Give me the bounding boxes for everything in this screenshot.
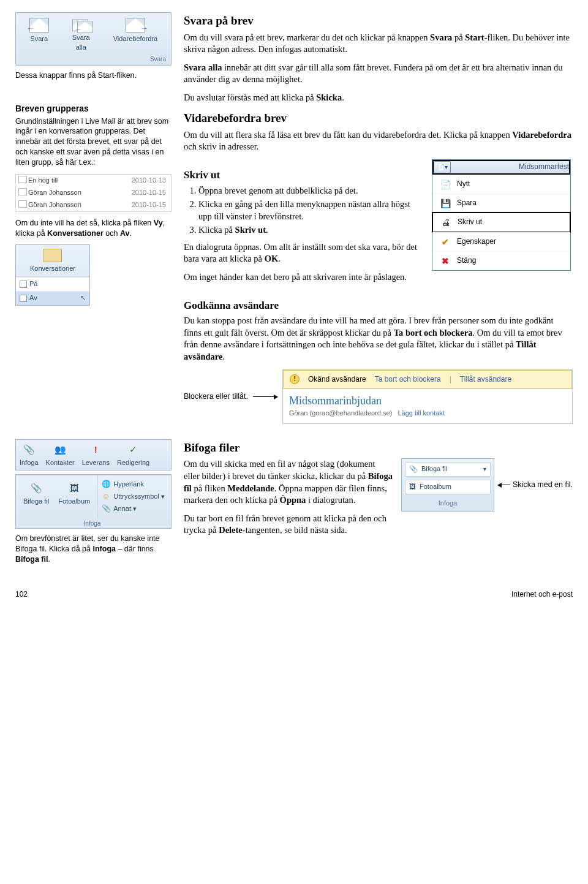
para-reply-3: Du avslutar förstås med att klicka på Sk… — [184, 92, 573, 104]
heading-approve: Godkänna avsändare — [184, 298, 573, 314]
message-subject: Midsommarinbjudan — [289, 393, 566, 409]
para-approve: Du kan stoppa post från avsändare du int… — [184, 315, 573, 363]
envelope-icon — [18, 188, 27, 195]
add-contact-link[interactable]: Lägg till kontakt — [398, 409, 444, 417]
priority-icon: ! — [89, 443, 102, 456]
unknown-sender-text: Okänd avsändare — [308, 374, 366, 385]
paperclip-icon: 📎 — [409, 464, 418, 474]
page-icon: 📄 — [440, 179, 451, 190]
smiley-icon: ☺ — [102, 493, 110, 501]
insert-editing-button[interactable]: ✓ Redigering — [113, 440, 153, 470]
attach-arrow-caption: Skicka med en fil. — [513, 480, 573, 490]
check-icon: ✔ — [440, 236, 451, 247]
conversations-dropdown: Konversationer På Av ↖ — [15, 244, 90, 306]
insert-delivery-button[interactable]: ! Leverans — [78, 440, 113, 470]
para-attach-2: Du tar bort en fil från brevet genom att… — [184, 513, 393, 537]
group-text: Grundinställningen i Live Mail är att br… — [15, 116, 172, 168]
menu-title-bar[interactable]: 📄▾ Midsommarfest — [432, 160, 570, 175]
insert-ribbon-panel: 📎 Infoga 👥 Kontakter ! Leverans ✓ Redige… — [15, 439, 172, 470]
para-reply-1: Om du vill svara på ett brev, markerar d… — [184, 32, 573, 56]
heading-reply: Svara på brev — [184, 12, 573, 29]
hyperlink-button[interactable]: 🌐Hyperlänk — [102, 478, 165, 491]
attach-file-button[interactable]: 📎 Bifoga fil — [20, 478, 53, 508]
para-print-2: Om inget händer kan det bero på att skri… — [184, 271, 426, 284]
remove-block-link[interactable]: Ta bort och blockera — [375, 374, 441, 385]
footer-title: Internet och e-post — [511, 589, 573, 600]
checkbox-icon — [20, 281, 27, 288]
forward-button[interactable]: → Vidarebefordra — [111, 17, 160, 54]
heading-forward: Vidarebefordra brev — [184, 110, 573, 127]
printer-icon: 🖨 — [440, 217, 451, 228]
photoalbum-button[interactable]: 🖼 Fotoalbum — [55, 478, 94, 508]
para-attach-1: Om du vill skicka med en fil av något sl… — [184, 458, 393, 506]
message-panel: ! Okänd avsändare Ta bort och blockera |… — [282, 369, 573, 424]
para-print-1: En dialogruta öppnas. Om allt är inställ… — [184, 241, 426, 265]
conversations-on[interactable]: På — [16, 277, 89, 291]
page-footer: 102 Internet och e-post — [15, 589, 573, 600]
print-steps: Öppna brevet genom att dubbelklicka på d… — [184, 185, 426, 236]
envelope-forward-icon: → — [126, 18, 145, 32]
other-button[interactable]: 📎Annat ▾ — [102, 503, 165, 515]
insert-group-label: Infoga — [16, 518, 171, 529]
photos-icon: 🖼 — [67, 482, 81, 495]
insert-caption: Om brevfönstret är litet, ser du kanske … — [15, 534, 172, 565]
globe-icon: 🌐 — [102, 480, 110, 489]
close-icon: ✖ — [440, 255, 451, 266]
allow-sender-link[interactable]: Tillåt avsändare — [460, 374, 511, 385]
menu-item-properties[interactable]: ✔ Egenskaper — [432, 232, 570, 251]
heading-attach: Bifoga filer — [184, 439, 573, 456]
reply-ribbon-panel: ← Svara ← Svara alla → Vidarebefordra Sv… — [15, 12, 172, 66]
paperclip-icon: 📎 — [22, 443, 36, 456]
menu-item-new[interactable]: 📄 Nytt — [432, 175, 570, 194]
conversations-off[interactable]: Av ↖ — [16, 291, 89, 305]
group-text-2: Om du inte vill ha det så, klicka på fli… — [15, 218, 172, 239]
file-menu-panel: 📄▾ Midsommarfest 📄 Nytt 💾 Spara 🖨 — [432, 159, 571, 271]
ribbon-group-label: Svara — [18, 54, 168, 64]
attach-file-button[interactable]: 📎 Bifoga fil ▾ — [405, 462, 491, 477]
menu-item-save[interactable]: 💾 Spara — [432, 194, 570, 213]
cursor-icon: ↖ — [80, 293, 86, 303]
ribbon-caption: Dessa knappar finns på Start-fliken. — [15, 70, 172, 81]
para-forward: Om du vill att flera ska få läsa ett bre… — [184, 129, 573, 153]
menu-item-print[interactable]: 🖨 Skriv ut — [432, 212, 571, 233]
save-icon: 💾 — [440, 198, 451, 209]
list-item[interactable]: En hög till 2010-10-13 — [16, 175, 171, 187]
photoalbum-button[interactable]: 🖼 Fotoalbum — [405, 480, 491, 494]
insert-expanded-panel: 📎 Bifoga fil 🖼 Fotoalbum 🌐Hyperlänk ☺Utt… — [15, 474, 172, 529]
conversations-button[interactable]: Konversationer — [16, 245, 89, 277]
paperclip-icon: 📎 — [29, 482, 43, 495]
heading-print: Skriv ut — [184, 168, 426, 183]
reply-button[interactable]: ← Svara — [28, 17, 51, 54]
emoji-button[interactable]: ☺Uttryckssymbol ▾ — [102, 491, 165, 503]
bifoga-group-label: Infoga — [402, 497, 494, 511]
insert-contacts-button[interactable]: 👥 Kontakter — [42, 440, 78, 470]
clip-icon: 📎 — [102, 505, 110, 513]
conversation-list: En hög till 2010-10-13 Göran Johansson 2… — [15, 174, 172, 212]
envelope-icon — [18, 200, 27, 208]
group-heading: Breven grupperas — [15, 102, 172, 115]
menu-item-close[interactable]: ✖ Stäng — [432, 251, 570, 270]
page-number: 102 — [15, 589, 28, 600]
warning-icon: ! — [290, 374, 300, 384]
envelope-icon: ← — [29, 18, 49, 32]
list-item[interactable]: Göran Johansson 2010-10-15 — [16, 199, 171, 211]
insert-attach-button[interactable]: 📎 Infoga — [16, 440, 42, 470]
block-caption-row: Blockera eller tillåt. ! Okänd avsändare… — [184, 369, 573, 424]
reply-all-button[interactable]: ← Svara alla — [69, 17, 93, 54]
message-from-line: Göran (goran@behandladeord.se) Lägg till… — [289, 409, 566, 418]
menu-button[interactable]: 📄▾ — [434, 161, 451, 173]
spellcheck-icon: ✓ — [127, 443, 140, 456]
contacts-icon: 👥 — [53, 443, 67, 456]
unknown-sender-bar: ! Okänd avsändare Ta bort och blockera |… — [283, 370, 572, 389]
envelope-icon — [43, 249, 62, 262]
list-item[interactable]: Göran Johansson 2010-10-15 — [16, 187, 171, 199]
envelope-icon — [18, 176, 27, 183]
para-reply-2: Svara alla innebär att ditt svar går til… — [184, 62, 573, 86]
photos-icon: 🖼 — [409, 482, 416, 492]
checkbox-icon — [20, 295, 27, 302]
block-caption: Blockera eller tillåt. — [184, 391, 248, 402]
bifoga-panel: 📎 Bifoga fil ▾ 🖼 Fotoalbum Infoga — [401, 458, 494, 512]
